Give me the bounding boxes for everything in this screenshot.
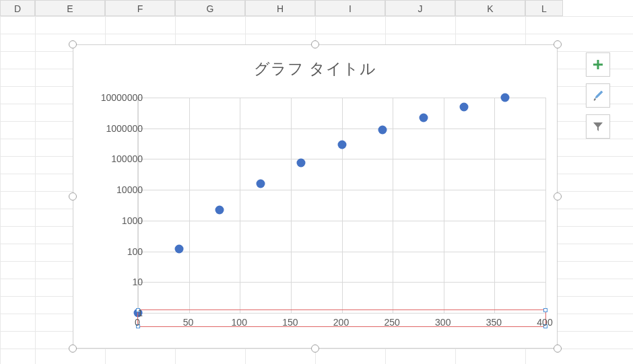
data-point[interactable] (297, 159, 306, 168)
data-point[interactable] (460, 102, 469, 111)
x-tick-label: 0 (124, 317, 151, 328)
column-header[interactable]: L (525, 0, 563, 16)
y-tick-label: 100000 (82, 153, 143, 164)
data-point[interactable] (419, 114, 428, 122)
x-tick-label: 400 (531, 317, 558, 328)
plus-icon (591, 58, 605, 71)
chart-title[interactable]: グラフ タイトル (73, 59, 557, 79)
svg-rect-1 (593, 64, 603, 66)
y-tick-label: 1000 (82, 215, 143, 226)
x-tick-label: 350 (480, 317, 507, 328)
column-header[interactable]: K (455, 0, 525, 16)
data-point[interactable] (174, 244, 183, 253)
x-tick-label: 150 (277, 317, 304, 328)
plot-area[interactable] (137, 98, 545, 313)
column-header[interactable]: H (245, 0, 315, 16)
column-header[interactable]: F (105, 0, 175, 16)
y-tick-label: 10000000 (82, 92, 143, 103)
y-tick-label: 10000 (82, 184, 143, 195)
chart-filter-button[interactable] (586, 114, 610, 139)
selection-handle[interactable] (311, 40, 319, 48)
selection-handle[interactable] (554, 40, 562, 48)
funnel-icon (591, 120, 605, 133)
data-point[interactable] (500, 94, 509, 102)
data-point[interactable] (337, 140, 346, 149)
chart-styles-button[interactable] (586, 83, 610, 108)
x-tick-label: 250 (378, 317, 405, 328)
y-tick-label: 10 (82, 277, 143, 287)
y-tick-label: 100 (82, 246, 143, 257)
data-point[interactable] (256, 179, 265, 188)
x-tick-label: 100 (226, 317, 253, 328)
data-point[interactable] (378, 125, 387, 134)
y-tick-label: 1000000 (82, 123, 143, 134)
selection-handle[interactable] (69, 40, 77, 48)
x-tick-label: 50 (175, 317, 202, 328)
column-header[interactable]: G (175, 0, 245, 16)
column-header[interactable]: I (315, 0, 385, 16)
x-tick-label: 200 (328, 317, 355, 328)
selection-handle[interactable] (554, 344, 562, 353)
chart-object[interactable]: グラフ タイトル 1101001000100001000001000000100… (73, 44, 558, 349)
selection-handle[interactable] (69, 192, 77, 201)
brush-icon (591, 89, 605, 102)
x-tick-label: 300 (430, 317, 457, 328)
column-header[interactable]: D (0, 0, 35, 16)
selection-handle[interactable] (311, 344, 319, 353)
column-header[interactable]: J (385, 0, 455, 16)
chart-elements-button[interactable] (586, 52, 610, 77)
selection-handle[interactable] (554, 192, 562, 201)
data-point[interactable] (215, 206, 224, 215)
selection-handle[interactable] (69, 344, 77, 353)
column-header[interactable]: E (35, 0, 105, 16)
